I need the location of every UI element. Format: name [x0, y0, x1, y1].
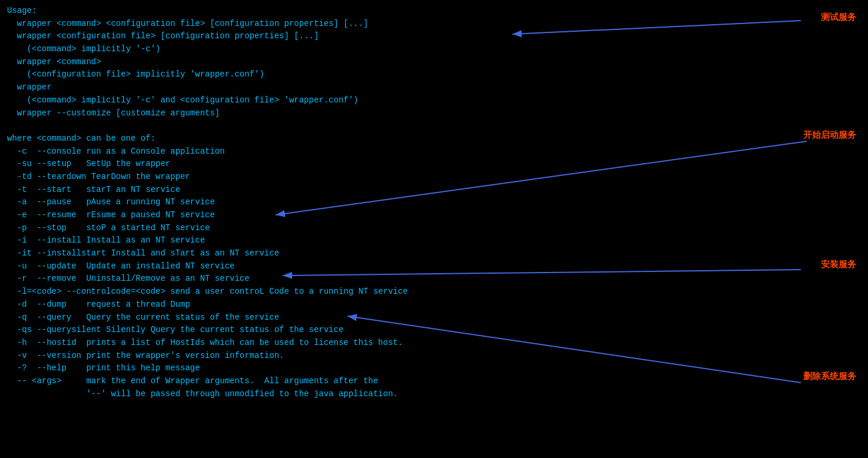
terminal-line: (<command> implicitly '-c' and <configur…: [7, 94, 641, 107]
terminal-line: -e --resume rEsume a paused NT service: [7, 209, 641, 222]
annotation-install-service: 安装服务: [821, 259, 856, 270]
terminal-line: -td --teardown TearDown the wrapper: [7, 171, 641, 184]
terminal-line: wrapper <command> <configuration file> […: [7, 18, 641, 31]
terminal-line-start: -t --start starT an NT service: [7, 184, 641, 197]
terminal-line: -h --hostid prints a list of HostIds whi…: [7, 337, 641, 350]
terminal-line: -it --installstart Install and sTart as …: [7, 247, 641, 260]
terminal-line: -qs --querysilent Silently Query the cur…: [7, 324, 641, 337]
terminal-line: -c --console run as a Console applicatio…: [7, 145, 641, 158]
terminal-line: Usage:: [7, 5, 641, 18]
terminal-line: -v --version print the wrapper's version…: [7, 350, 641, 363]
terminal-line: -p --stop stoP a started NT service: [7, 222, 641, 235]
terminal-line: (<configuration file> implicitly 'wrappe…: [7, 68, 641, 81]
terminal-line-remove: -r --remove Uninstall/Remove as an NT se…: [7, 273, 641, 286]
terminal-line: -a --pause pAuse a running NT service: [7, 196, 641, 209]
terminal-line: (<command> implicitly '-c'): [7, 43, 641, 56]
terminal-line: wrapper <command>: [7, 56, 641, 69]
terminal-output: Usage: wrapper <command> <configuration …: [0, 0, 648, 458]
terminal-line: -? --help print this help message: [7, 362, 641, 375]
terminal-line: -d --dump request a thread Dump: [7, 298, 641, 311]
terminal-line: '--' will be passed through unmodified t…: [7, 388, 641, 401]
terminal-line: -l=<code> --controlcode=<code> send a us…: [7, 286, 641, 298]
terminal-line: -u --update Update an installed NT servi…: [7, 260, 641, 273]
terminal-line: [7, 120, 641, 132]
annotation-start-service: 开始启动服务: [803, 130, 856, 141]
terminal-line: wrapper: [7, 81, 641, 94]
annotation-test-service: 测试服务: [821, 12, 856, 23]
terminal-line: -- <args> mark the end of Wrapper argume…: [7, 375, 641, 388]
terminal-line: wrapper <configuration file> [configurat…: [7, 30, 641, 43]
terminal-line: wrapper --customize [customize arguments…: [7, 107, 641, 120]
annotation-delete-service: 删除系统服务: [803, 371, 856, 382]
terminal-line-install: -i --install Install as an NT service: [7, 234, 641, 247]
terminal-line: -q --query Query the current status of t…: [7, 311, 641, 324]
terminal-line: where <command> can be one of:: [7, 132, 641, 145]
terminal-line: -su --setup SetUp the wrapper: [7, 158, 641, 171]
